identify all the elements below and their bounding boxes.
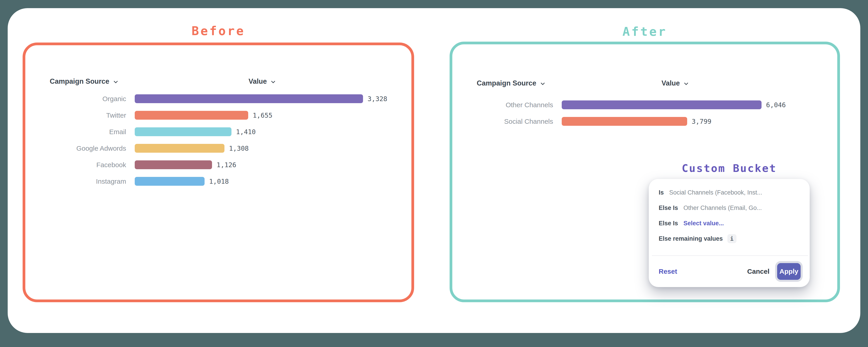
cancel-button[interactable]: Cancel xyxy=(747,268,770,275)
category-label: Organic xyxy=(25,95,126,103)
before-title: Before xyxy=(23,24,414,38)
rule-condition-label: Else Is xyxy=(659,204,678,211)
bucket-rule-row: Else Is Other Channels (Email, Go... xyxy=(659,200,803,215)
value-bar[interactable] xyxy=(135,161,212,169)
table-row: Twitter 1,655 xyxy=(25,107,411,123)
custom-bucket-title: Custom Bucket xyxy=(649,162,810,174)
value-label: 1,308 xyxy=(229,145,249,152)
value-label: 1,410 xyxy=(236,128,256,136)
rule-condition-label: Else Is xyxy=(659,220,678,227)
bucket-rule-row: Else remaining values i xyxy=(659,231,803,246)
table-row: Email 1,410 xyxy=(25,123,411,140)
column-header-label: Campaign Source xyxy=(50,77,110,86)
chevron-down-icon xyxy=(270,79,276,85)
category-label: Instagram xyxy=(25,178,126,185)
info-icon[interactable]: i xyxy=(727,234,737,243)
column-header-campaign-source[interactable]: Campaign Source xyxy=(477,78,546,89)
column-header-label: Value xyxy=(249,77,267,86)
table-row: Organic 3,328 xyxy=(25,90,411,107)
reset-button[interactable]: Reset xyxy=(659,268,677,275)
value-bar[interactable] xyxy=(562,100,762,109)
column-header-label: Value xyxy=(662,79,680,87)
value-bar[interactable] xyxy=(135,144,224,153)
category-label: Social Channels xyxy=(452,118,553,125)
table-row: Other Channels 6,046 xyxy=(452,96,837,113)
category-label: Other Channels xyxy=(452,101,553,109)
table-header: Campaign Source Value xyxy=(452,78,837,89)
column-header-value[interactable]: Value xyxy=(249,76,276,87)
table-row: Instagram 1,018 xyxy=(25,173,411,190)
chevron-down-icon xyxy=(539,81,546,87)
category-label: Facebook xyxy=(25,161,126,169)
rule-value[interactable]: Other Channels (Email, Go... xyxy=(684,204,762,211)
bucket-rule-row: Else Is Select value... xyxy=(659,215,803,231)
value-bar[interactable] xyxy=(135,94,363,103)
bar-table: Other Channels 6,046 Social Channels 3,7… xyxy=(452,96,837,129)
bucket-rules-list: Is Social Channels (Facebook, Inst... El… xyxy=(659,185,803,246)
rule-value[interactable]: Select value... xyxy=(684,220,724,227)
table-row: Google Adwords 1,308 xyxy=(25,140,411,156)
category-label: Google Adwords xyxy=(25,145,126,152)
table-row: Social Channels 3,799 xyxy=(452,113,837,129)
value-bar[interactable] xyxy=(135,177,205,186)
value-label: 1,018 xyxy=(209,178,229,185)
value-label: 3,799 xyxy=(692,118,711,125)
value-bar[interactable] xyxy=(562,117,687,126)
bar-table: Organic 3,328 Twitter 1,655 Email 1,410 … xyxy=(25,90,411,190)
value-label: 3,328 xyxy=(368,95,387,103)
after-title: After xyxy=(450,24,840,39)
chevron-down-icon xyxy=(113,79,119,85)
category-label: Twitter xyxy=(25,112,126,119)
before-panel: Campaign Source Value Organic 3,328 Twit… xyxy=(23,42,414,302)
column-header-campaign-source[interactable]: Campaign Source xyxy=(50,76,119,87)
rule-condition-label: Is xyxy=(659,189,664,196)
apply-button[interactable]: Apply xyxy=(777,263,801,280)
value-label: 6,046 xyxy=(766,101,786,109)
rule-value[interactable]: Social Channels (Facebook, Inst... xyxy=(669,189,762,196)
table-header: Campaign Source Value xyxy=(25,76,411,87)
value-label: 1,126 xyxy=(217,161,236,169)
chevron-down-icon xyxy=(683,81,689,87)
bucket-rule-row: Is Social Channels (Facebook, Inst... xyxy=(659,185,803,200)
custom-bucket-dialog: Is Social Channels (Facebook, Inst... El… xyxy=(649,179,810,287)
value-label: 1,655 xyxy=(253,112,272,119)
dialog-footer: Reset Cancel Apply xyxy=(659,256,801,287)
table-row: Facebook 1,126 xyxy=(25,156,411,173)
column-header-value[interactable]: Value xyxy=(662,78,689,89)
category-label: Email xyxy=(25,128,126,136)
value-bar[interactable] xyxy=(135,127,231,136)
value-bar[interactable] xyxy=(135,111,248,120)
rule-condition-label: Else remaining values xyxy=(659,235,723,242)
column-header-label: Campaign Source xyxy=(477,79,536,87)
